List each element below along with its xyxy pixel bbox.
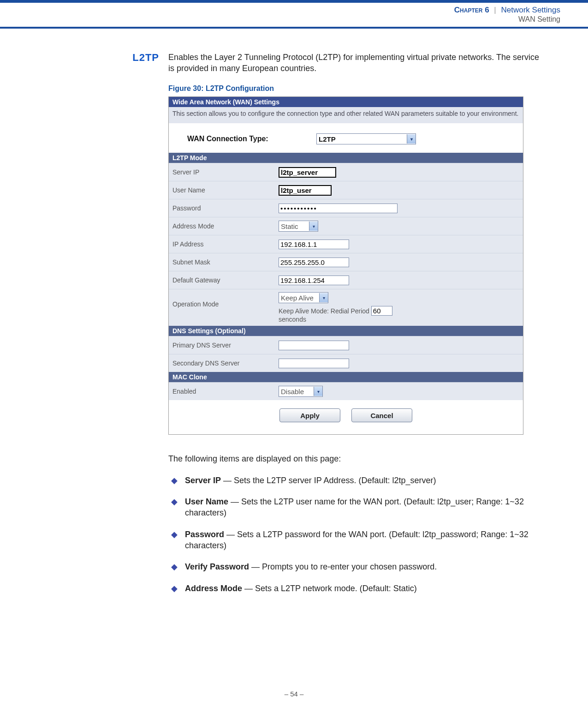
section-dns: DNS Settings (Optional) <box>169 326 523 336</box>
list-item: ◆ Password — Sets a L2TP password for th… <box>168 529 546 551</box>
mac-enabled-select[interactable]: Disable ▾ <box>279 386 323 397</box>
user-name-input[interactable] <box>279 185 332 196</box>
user-name-label: User Name <box>172 186 279 194</box>
gateway-input[interactable] <box>279 276 349 285</box>
address-mode-select[interactable]: Static ▾ <box>279 221 318 232</box>
gateway-label: Default Gateway <box>172 276 279 284</box>
cancel-button[interactable]: Cancel <box>351 408 412 422</box>
keepalive-text: Keep Alive Mode: Redial Period <box>279 307 369 315</box>
secondary-dns-label: Secondary DNS Server <box>172 359 279 367</box>
password-input[interactable] <box>279 204 398 213</box>
list-item: ◆ Address Mode — Sets a L2TP network mod… <box>168 583 546 594</box>
parameter-list: ◆ Server IP — Sets the L2TP server IP Ad… <box>168 475 546 594</box>
wan-type-select[interactable]: L2TP ▾ <box>316 133 416 144</box>
chapter-label: Chapter 6 <box>454 6 489 14</box>
password-label: Password <box>172 204 279 212</box>
primary-dns-label: Primary DNS Server <box>172 342 279 349</box>
apply-button[interactable]: Apply <box>279 408 340 422</box>
chapter-title: Network Settings <box>501 6 561 14</box>
keepalive-unit: senconds <box>279 316 306 323</box>
bullet-icon: ◆ <box>171 496 178 507</box>
ip-address-input[interactable] <box>279 240 349 249</box>
dropdown-icon: ▾ <box>319 293 328 302</box>
server-ip-input[interactable] <box>279 167 336 178</box>
subnet-mask-label: Subnet Mask <box>172 258 279 266</box>
wan-type-label: WAN Connection Type: <box>187 135 316 143</box>
bullet-icon: ◆ <box>171 583 178 594</box>
primary-dns-input[interactable] <box>279 341 349 350</box>
mac-enabled-label: Enabled <box>172 388 279 395</box>
dropdown-icon: ▾ <box>314 387 322 396</box>
operation-mode-value: Keep Alive <box>281 294 314 302</box>
chapter-subtitle: WAN Setting <box>518 15 560 23</box>
subnet-mask-input[interactable] <box>279 258 349 267</box>
ip-address-label: IP Address <box>172 240 279 248</box>
wan-type-value: L2TP <box>319 135 336 143</box>
section-l2tp: L2TP Mode <box>169 153 523 163</box>
section-heading: L2TP <box>0 52 159 64</box>
secondary-dns-input[interactable] <box>279 359 349 368</box>
section-mac: MAC Clone <box>169 372 523 382</box>
operation-mode-select[interactable]: Keep Alive ▾ <box>279 292 328 303</box>
list-item: ◆ Server IP — Sets the L2TP server IP Ad… <box>168 475 546 486</box>
intro-paragraph: Enables the Layer 2 Tunneling Protocol (… <box>168 52 546 74</box>
figure-caption: Figure 30: L2TP Configuration <box>168 84 546 93</box>
server-ip-label: Server IP <box>172 168 279 176</box>
address-mode-value: Static <box>281 222 298 230</box>
bullet-icon: ◆ <box>171 561 178 572</box>
bullet-icon: ◆ <box>171 475 178 486</box>
list-item: ◆ User Name — Sets the L2TP user name fo… <box>168 496 546 519</box>
panel-info: This section allows you to configure the… <box>169 107 523 124</box>
following-text: The following items are displayed on thi… <box>168 453 546 464</box>
config-screenshot: Wide Area Network (WAN) Settings This se… <box>168 96 523 435</box>
page-number: – 54 – <box>0 690 588 698</box>
page-header: Chapter 6 | Network Settings WAN Setting <box>0 3 588 29</box>
panel-title: Wide Area Network (WAN) Settings <box>169 97 523 107</box>
redial-period-input[interactable] <box>371 306 392 316</box>
dropdown-icon: ▾ <box>407 134 416 144</box>
address-mode-label: Address Mode <box>172 222 279 230</box>
mac-enabled-value: Disable <box>281 388 304 395</box>
dropdown-icon: ▾ <box>309 222 318 231</box>
separator: | <box>494 6 496 14</box>
operation-mode-label: Operation Mode <box>172 292 279 308</box>
bullet-icon: ◆ <box>171 529 178 540</box>
list-item: ◆ Verify Password — Prompts you to re-en… <box>168 561 546 572</box>
